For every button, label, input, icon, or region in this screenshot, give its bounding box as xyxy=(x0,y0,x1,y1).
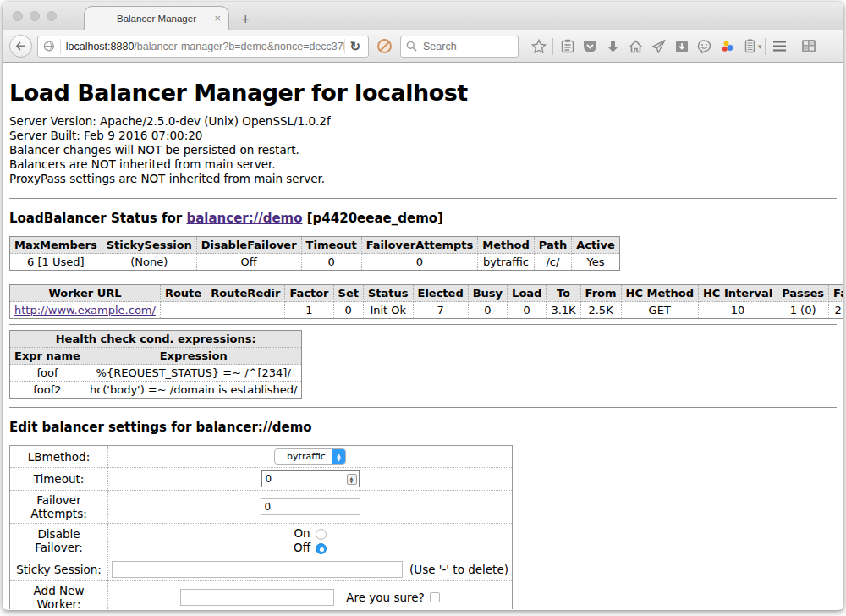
titlebar: Balancer Manager × + xyxy=(3,2,843,30)
content-blocked-icon[interactable] xyxy=(377,39,392,53)
table-cell: bytraffic xyxy=(478,254,534,271)
section-divider xyxy=(9,198,837,199)
timeout-label: Timeout: xyxy=(10,468,108,491)
timeout-input[interactable] xyxy=(261,470,360,487)
status-heading-prefix: LoadBalancer Status for xyxy=(9,211,186,226)
sticky-session-note: (Use '-' to delete) xyxy=(409,563,508,576)
table-row: 6 [1 Used] (None) Off 0 0 bytraffic /c/ … xyxy=(10,254,620,271)
column-header: Set xyxy=(333,285,363,302)
bookmark-star-icon[interactable] xyxy=(527,39,550,53)
column-header: Expr name xyxy=(10,348,85,365)
column-header: Worker URL xyxy=(10,285,161,302)
table-cell: 2 (0) xyxy=(829,302,843,319)
tab-balancer-manager[interactable]: Balancer Manager × xyxy=(84,6,229,30)
table-cell: 10 xyxy=(698,302,777,319)
failover-on-radio[interactable] xyxy=(316,529,327,540)
table-cell: http://www.example.com/ xyxy=(10,302,161,319)
column-header: HC Method xyxy=(621,285,698,302)
chevron-down-icon[interactable]: ▾ xyxy=(758,42,762,51)
search-bar[interactable] xyxy=(400,36,519,58)
url-path: /balancer-manager?b=demo&nonce=decc37be-… xyxy=(134,41,344,52)
close-window-button[interactable] xyxy=(13,11,23,21)
status-heading-suffix: [p4420eeae_demo] xyxy=(303,211,443,226)
form-value-cell: (Use '-' to delete) xyxy=(108,558,513,581)
health-check-table: Health check cond. expressions: Expr nam… xyxy=(9,330,302,399)
form-value-cell: ▲▼ xyxy=(108,468,513,491)
menu-hamburger-icon[interactable] xyxy=(768,41,791,52)
back-button[interactable] xyxy=(9,35,32,58)
column-header: Expression xyxy=(85,348,302,365)
bookmarks-menu-icon[interactable] xyxy=(556,39,579,53)
table-cell: 0 xyxy=(468,302,507,319)
select-stepper-icon: ▲▼ xyxy=(332,449,345,464)
table-cell: 0 xyxy=(508,302,547,319)
table-cell: 2.5K xyxy=(580,302,621,319)
failover-attempts-label: Failover Attempts: xyxy=(10,491,108,524)
reload-icon[interactable]: ↻ xyxy=(344,39,365,54)
page-title: Load Balancer Manager for localhost xyxy=(9,80,837,106)
form-row-failover-attempts: Failover Attempts: xyxy=(10,491,513,524)
persist-note-line: Balancer changes will NOT be persisted o… xyxy=(9,143,837,157)
zoom-window-button[interactable] xyxy=(47,11,57,21)
column-header: Status xyxy=(363,285,413,302)
table-cell: Off xyxy=(196,254,301,271)
lbmethod-select[interactable]: bytraffic ▲▼ xyxy=(274,448,346,465)
form-value-cell: Are you sure? xyxy=(108,581,513,610)
table-cell: %{REQUEST_STATUS} =~ /^[234]/ xyxy=(85,365,302,382)
server-version-line: Server Version: Apache/2.5.0-dev (Unix) … xyxy=(9,114,837,129)
form-value-cell xyxy=(108,491,513,524)
table-row: http://www.example.com/ 1 0 Init Ok 7 0 … xyxy=(10,302,844,319)
addon-colors-icon[interactable] xyxy=(716,40,739,53)
tab-title: Balancer Manager xyxy=(117,14,196,24)
server-info: Server Version: Apache/2.5.0-dev (Unix) … xyxy=(9,114,837,186)
section-divider xyxy=(9,324,837,325)
column-header: To xyxy=(547,285,580,302)
form-row-lbmethod: LBmethod: bytraffic ▲▼ xyxy=(10,446,513,468)
confirm-checkbox[interactable] xyxy=(430,592,440,602)
send-tab-icon[interactable] xyxy=(647,40,670,53)
sticky-session-input[interactable] xyxy=(112,561,403,578)
tab-close-icon[interactable]: × xyxy=(214,13,221,24)
form-row-disable-failover: Disable Failover: On Off xyxy=(10,524,513,558)
url-bar[interactable]: localhost:8880/balancer-manager?b=demo&n… xyxy=(37,36,369,58)
form-row-timeout: Timeout: ▲▼ xyxy=(10,468,513,491)
balancer-status-table: MaxMembers StickySession DisableFailover… xyxy=(9,236,620,271)
worker-url-link[interactable]: http://www.example.com/ xyxy=(14,304,156,316)
number-stepper-icon[interactable]: ▲▼ xyxy=(347,474,357,485)
balancer-status-heading: LoadBalancer Status for balancer://demo … xyxy=(9,211,837,226)
globe-icon xyxy=(43,40,55,52)
column-header: StickySession xyxy=(102,237,196,254)
health-table-title: Health check cond. expressions: xyxy=(10,331,302,348)
table-cell: 1 xyxy=(285,302,333,319)
add-worker-input[interactable] xyxy=(180,589,334,606)
column-header: FailoverAttempts xyxy=(361,237,478,254)
column-header: Timeout xyxy=(301,237,361,254)
column-header: Route xyxy=(160,285,206,302)
balancer-link[interactable]: balancer://demo xyxy=(186,211,302,226)
table-cell: 0 xyxy=(333,302,363,319)
column-header: MaxMembers xyxy=(10,237,102,254)
new-tab-button[interactable]: + xyxy=(241,12,250,27)
browser-window: Balancer Manager × + localhost:8880/bala… xyxy=(3,2,843,610)
table-cell xyxy=(160,302,206,319)
table-cell: GET xyxy=(621,302,698,319)
pocket-icon[interactable] xyxy=(579,40,602,53)
server-built-line: Server Built: Feb 9 2016 07:00:20 xyxy=(9,129,837,143)
column-header: Fails xyxy=(829,285,843,302)
grid-addon-icon[interactable] xyxy=(798,39,821,53)
home-icon[interactable] xyxy=(624,40,647,53)
feedback-smiley-icon[interactable] xyxy=(693,40,716,53)
downloads-icon[interactable] xyxy=(602,40,624,53)
failover-off-radio[interactable] xyxy=(316,543,327,554)
table-cell: 7 xyxy=(413,302,468,319)
minimize-window-button[interactable] xyxy=(30,11,40,21)
column-header: Factor xyxy=(285,285,333,302)
failover-attempts-input[interactable] xyxy=(261,498,360,515)
table-cell: foof2 xyxy=(10,382,85,399)
search-input[interactable] xyxy=(421,40,506,53)
window-controls xyxy=(13,11,57,21)
back-arrow-icon xyxy=(15,41,26,51)
proxypass-note-line: ProxyPass settings are NOT inherited fro… xyxy=(9,172,837,186)
save-page-icon[interactable] xyxy=(670,40,693,53)
table-title-row: Health check cond. expressions: xyxy=(10,331,302,348)
